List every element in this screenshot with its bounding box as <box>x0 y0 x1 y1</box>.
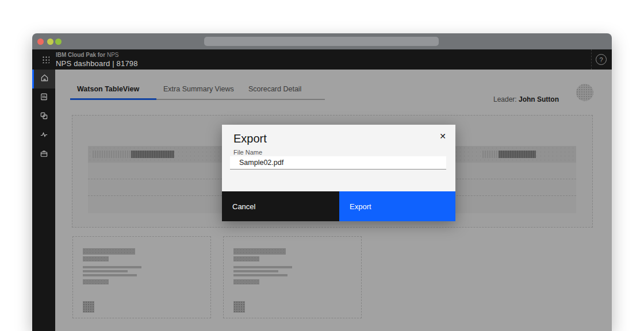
file-name-input[interactable] <box>230 156 446 170</box>
help-icon[interactable]: ? <box>596 54 607 65</box>
app-area: IBM Cloud Pak for NPS NPS dashboard | 81… <box>32 49 612 331</box>
sidebar-nav <box>32 70 55 331</box>
sidebar-item-report[interactable] <box>32 88 55 107</box>
brand-title-bold: IBM Cloud Pak for <box>56 52 105 58</box>
cancel-button[interactable]: Cancel <box>222 191 339 221</box>
home-icon <box>40 74 49 84</box>
app-switcher-icon[interactable] <box>42 56 49 63</box>
titlebar <box>32 33 612 49</box>
activity-icon <box>40 130 48 141</box>
zoom-window-button[interactable] <box>55 39 62 45</box>
close-icon[interactable]: ✕ <box>438 131 448 141</box>
minimize-window-button[interactable] <box>47 39 53 45</box>
app-subtitle: NPS dashboard | 81798 <box>56 59 138 68</box>
header-actions: ? <box>591 49 612 70</box>
brand-title-suffix: NPS <box>105 52 118 58</box>
brand-title: IBM Cloud Pak for NPS <box>56 52 138 59</box>
sidebar-item-home[interactable] <box>32 70 55 88</box>
sidebar-item-portfolio[interactable] <box>32 145 55 164</box>
sidebar-item-activity[interactable] <box>32 126 55 145</box>
export-button[interactable]: Export <box>339 191 455 221</box>
browser-window: IBM Cloud Pak for NPS NPS dashboard | 81… <box>32 33 612 331</box>
data-objects-icon <box>40 111 48 122</box>
file-name-label: File Name <box>233 149 262 156</box>
brand-block: IBM Cloud Pak for NPS NPS dashboard | 81… <box>56 52 138 68</box>
modal-title: Export <box>233 132 267 145</box>
modal-button-row: Cancel Export <box>222 191 455 221</box>
app-header: IBM Cloud Pak for NPS NPS dashboard | 81… <box>32 49 612 70</box>
export-modal: Export ✕ File Name Cancel Export <box>222 125 455 221</box>
report-icon <box>40 93 48 103</box>
close-window-button[interactable] <box>37 39 44 45</box>
sidebar-item-data-objects[interactable] <box>32 107 55 126</box>
portfolio-icon <box>40 149 48 160</box>
address-bar[interactable] <box>204 37 439 46</box>
